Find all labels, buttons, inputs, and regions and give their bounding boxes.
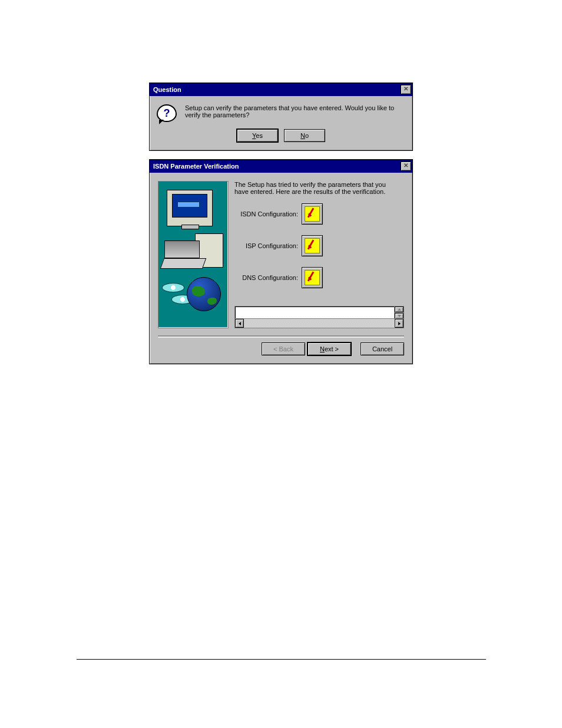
dns-config-label: DNS Configuration: xyxy=(234,274,298,281)
checkmark-icon xyxy=(305,238,320,253)
isp-config-label: ISP Configuration: xyxy=(234,242,298,249)
cancel-button[interactable]: Cancel xyxy=(361,342,404,355)
wizard-illustration xyxy=(158,181,229,328)
page-footer-rule xyxy=(77,659,486,660)
isp-config-row: ISP Configuration: xyxy=(234,235,404,256)
scroll-up-icon[interactable] xyxy=(395,307,404,312)
isdn-config-status-button[interactable] xyxy=(302,203,323,225)
question-title: Question xyxy=(153,86,181,93)
checkmark-icon xyxy=(305,206,320,222)
isdn-config-row: ISDN Configuration: xyxy=(234,203,404,225)
scroll-right-icon[interactable] xyxy=(395,319,404,328)
isdn-wizard-dialog: ISDN Parameter Verification ✕ The Setup … xyxy=(149,159,413,364)
question-dialog: Question ✕ ? Setup can verify the parame… xyxy=(149,83,413,151)
no-button[interactable]: No xyxy=(284,129,325,142)
wizard-intro-text: The Setup has tried to verify the parame… xyxy=(234,181,404,195)
next-button[interactable]: Next > xyxy=(308,342,351,355)
next-rest: ext > xyxy=(325,345,339,353)
question-message: Setup can verify the parameters that you… xyxy=(185,104,405,122)
close-icon[interactable]: ✕ xyxy=(401,85,411,94)
horizontal-scrollbar[interactable] xyxy=(235,318,404,328)
dns-config-status-button[interactable] xyxy=(302,267,323,288)
log-textbox[interactable] xyxy=(234,306,404,328)
yes-button[interactable]: Yes xyxy=(237,129,278,142)
isdn-config-label: ISDN Configuration: xyxy=(234,210,298,218)
wizard-titlebar: ISDN Parameter Verification ✕ xyxy=(150,160,412,173)
back-button[interactable]: < Back xyxy=(262,342,305,355)
isp-config-status-button[interactable] xyxy=(302,235,323,256)
question-mark-icon: ? xyxy=(157,104,177,122)
scroll-left-icon[interactable] xyxy=(235,319,244,328)
close-icon[interactable]: ✕ xyxy=(401,162,411,171)
yes-text-rest: es xyxy=(256,132,263,139)
wizard-title: ISDN Parameter Verification xyxy=(153,163,239,170)
dns-config-row: DNS Configuration: xyxy=(234,267,404,288)
question-titlebar: Question ✕ xyxy=(150,83,412,96)
no-text-rest: o xyxy=(305,132,309,139)
checkmark-icon xyxy=(305,270,320,285)
vertical-scrollbar[interactable] xyxy=(394,307,404,319)
